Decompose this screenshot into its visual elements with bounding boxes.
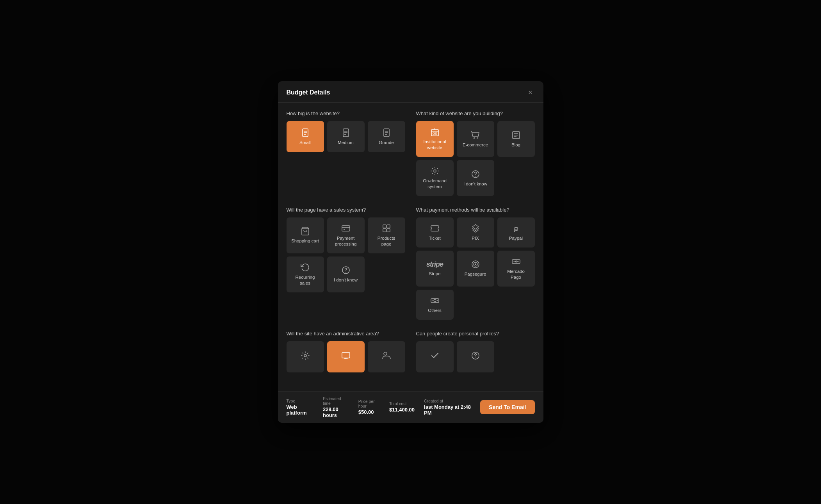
svg-point-37 bbox=[475, 264, 476, 265]
option-payment-processing[interactable]: Payment processing bbox=[327, 217, 365, 253]
section-admin-label: Will the site have an administrative are… bbox=[287, 331, 405, 337]
option-profiles-yes[interactable] bbox=[416, 341, 454, 372]
svg-point-22 bbox=[434, 170, 436, 172]
option-profiles-dontknow[interactable] bbox=[457, 341, 494, 372]
grid-icon bbox=[382, 224, 391, 233]
admin-screen-icon bbox=[341, 351, 351, 360]
svg-point-46 bbox=[384, 352, 387, 355]
cart-icon bbox=[301, 226, 310, 236]
svg-point-16 bbox=[474, 137, 475, 139]
svg-rect-30 bbox=[387, 225, 390, 228]
svg-point-41 bbox=[434, 299, 436, 302]
svg-rect-26 bbox=[342, 226, 350, 231]
option-dontknow-sales[interactable]: I don't know bbox=[327, 256, 365, 292]
stripe-text-logo: stripe bbox=[426, 260, 443, 269]
svg-rect-45 bbox=[342, 353, 350, 358]
budget-modal: Budget Details × How big is the website? bbox=[278, 81, 543, 423]
option-grande-label: Grande bbox=[379, 140, 394, 146]
profiles-options bbox=[416, 341, 535, 372]
admin-options bbox=[287, 341, 405, 372]
option-pix-label: PIX bbox=[472, 235, 479, 241]
option-payment-processing-label: Payment processing bbox=[332, 235, 360, 247]
section-admin: Will the site have an administrative are… bbox=[287, 331, 405, 372]
blog-icon bbox=[511, 130, 521, 140]
option-stripe-label: Stripe bbox=[429, 271, 440, 277]
file-icon-medium bbox=[341, 128, 351, 137]
option-ticket-label: Ticket bbox=[429, 235, 440, 241]
option-others[interactable]: Others bbox=[416, 290, 454, 320]
option-institutional[interactable]: Institutional website bbox=[416, 121, 454, 157]
footer-estimated-value: 228.00 hours bbox=[323, 406, 349, 418]
option-ondemand[interactable]: On-demand system bbox=[416, 160, 454, 196]
svg-point-44 bbox=[304, 354, 306, 357]
option-medium[interactable]: Medium bbox=[327, 121, 365, 152]
option-shopping-cart[interactable]: Shopping cart bbox=[287, 217, 324, 253]
modal-body: How big is the website? Small bbox=[278, 103, 543, 391]
send-email-button[interactable]: Send To Email bbox=[480, 400, 534, 414]
option-small-label: Small bbox=[299, 140, 311, 146]
option-paypal[interactable]: Paypal bbox=[497, 217, 535, 248]
option-recurring-sales[interactable]: Recurring sales bbox=[287, 256, 324, 292]
pix-icon bbox=[471, 224, 480, 233]
file-icon-small bbox=[301, 128, 310, 137]
option-institutional-label: Institutional website bbox=[421, 139, 449, 151]
option-mercadopago-label: Mercado Pago bbox=[502, 269, 530, 280]
option-mercadopago[interactable]: Mercado Pago bbox=[497, 251, 535, 287]
section-profiles-label: Can people create personal profiles? bbox=[416, 331, 535, 337]
option-medium-label: Medium bbox=[338, 140, 354, 146]
svg-point-15 bbox=[435, 128, 435, 129]
option-admin-gear[interactable] bbox=[287, 341, 324, 372]
option-admin-selected[interactable] bbox=[327, 341, 365, 372]
svg-rect-32 bbox=[387, 229, 390, 232]
section-size: How big is the website? Small bbox=[287, 110, 405, 196]
option-shopping-cart-label: Shopping cart bbox=[291, 238, 319, 244]
footer-price: Price per hour $50.00 bbox=[358, 399, 380, 415]
footer-price-label: Price per hour bbox=[358, 399, 380, 408]
option-recurring-sales-label: Recurring sales bbox=[291, 274, 319, 286]
close-button[interactable]: × bbox=[526, 88, 535, 97]
payment-options: Ticket PIX bbox=[416, 217, 535, 320]
file-icon-grande bbox=[382, 128, 391, 137]
svg-point-17 bbox=[477, 137, 478, 139]
option-blog[interactable]: Blog bbox=[497, 121, 535, 157]
option-ecommerce[interactable]: E-commerce bbox=[457, 121, 494, 157]
svg-rect-12 bbox=[431, 130, 438, 136]
option-admin-third[interactable] bbox=[368, 341, 405, 372]
option-grande[interactable]: Grande bbox=[368, 121, 405, 152]
option-others-label: Others bbox=[428, 308, 442, 313]
section-payment: What payment methods will be available? … bbox=[416, 207, 535, 320]
cash-icon bbox=[430, 296, 440, 305]
modal-header: Budget Details × bbox=[278, 81, 543, 103]
option-ticket[interactable]: Ticket bbox=[416, 217, 454, 248]
footer-total-value: $11,400.00 bbox=[389, 407, 415, 413]
footer-total: Total cost $11,400.00 bbox=[389, 401, 415, 413]
section-size-label: How big is the website? bbox=[287, 110, 405, 116]
option-pagseguro[interactable]: Pagseguro bbox=[457, 251, 494, 287]
footer-total-label: Total cost bbox=[389, 401, 415, 406]
question-icon-kind bbox=[471, 169, 480, 179]
gear-icon bbox=[430, 166, 440, 176]
admin-users-icon bbox=[382, 351, 391, 360]
option-products-page-label: Products page bbox=[372, 235, 401, 247]
option-pix[interactable]: PIX bbox=[457, 217, 494, 248]
option-dontknow-kind[interactable]: I don't know bbox=[457, 160, 494, 196]
row-size-kind: How big is the website? Small bbox=[287, 110, 535, 196]
section-profiles: Can people create personal profiles? bbox=[416, 331, 535, 372]
option-dontknow-kind-label: I don't know bbox=[463, 181, 487, 187]
footer-type-value: Web platform bbox=[287, 404, 313, 416]
refresh-icon bbox=[301, 263, 310, 272]
option-blog-label: Blog bbox=[511, 142, 520, 148]
option-products-page[interactable]: Products page bbox=[368, 217, 405, 253]
option-small[interactable]: Small bbox=[287, 121, 324, 152]
check-icon bbox=[430, 351, 440, 360]
mercadopago-icon bbox=[511, 257, 521, 266]
paypal-icon bbox=[511, 224, 521, 233]
footer-created-label: Created at bbox=[424, 399, 471, 403]
modal-overlay: Budget Details × How big is the website? bbox=[0, 0, 821, 504]
svg-point-34 bbox=[345, 272, 346, 273]
option-dontknow-sales-label: I don't know bbox=[334, 277, 358, 283]
option-stripe[interactable]: stripe Stripe bbox=[416, 251, 454, 287]
row-admin-profiles: Will the site have an administrative are… bbox=[287, 331, 535, 372]
svg-rect-31 bbox=[383, 229, 386, 232]
section-kind: What kind of website are you building? bbox=[416, 110, 535, 196]
